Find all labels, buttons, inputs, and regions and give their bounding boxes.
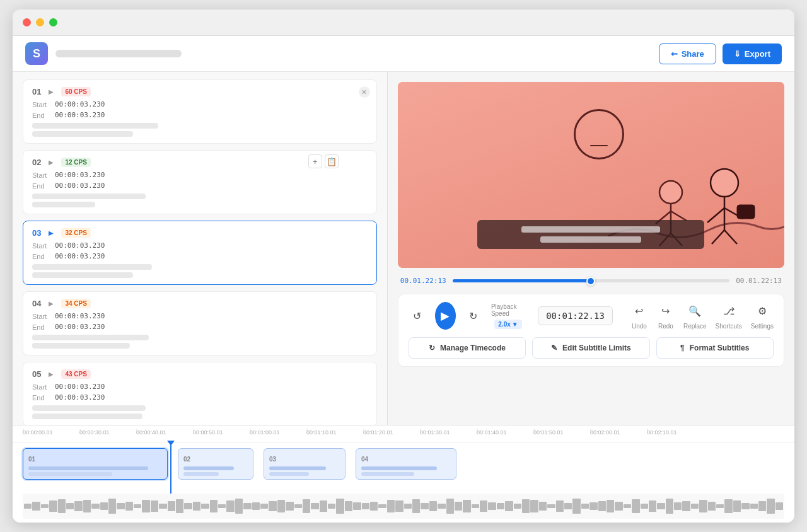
redo-button[interactable]: ↪ Redo xyxy=(657,303,675,330)
start-timecode-row: Start 00:00:03.230 xyxy=(32,241,368,250)
end-timecode-row: End 00:00:03.230 xyxy=(32,393,368,402)
format-subtitles-button[interactable]: ¶ Format Subtitles xyxy=(656,337,774,359)
manage-timecode-button[interactable]: ↻ Manage Timecode xyxy=(409,337,526,359)
waveform-bar xyxy=(91,504,99,509)
waveform-bar xyxy=(320,500,327,512)
traffic-light-minimize[interactable] xyxy=(36,18,44,26)
text-line xyxy=(32,335,149,340)
waveform-bar xyxy=(176,499,183,513)
play-button[interactable]: ▶ xyxy=(435,302,456,330)
clip-number: 03 xyxy=(269,456,276,463)
replace-icon: 🔍 xyxy=(686,303,704,320)
waveform-bar xyxy=(708,502,716,511)
fast-forward-icon: ↻ xyxy=(465,307,482,325)
waveform-bar xyxy=(151,500,158,512)
waveform-bar xyxy=(539,502,547,511)
waveform-bar xyxy=(58,499,66,513)
progress-fill xyxy=(453,279,591,282)
waveform-bar xyxy=(345,501,352,511)
row-number: 05 xyxy=(32,369,41,379)
start-label: Start xyxy=(32,313,50,320)
ruler-mark: 00:01:00.01 xyxy=(250,429,306,442)
speed-badge[interactable]: 2.0x ▼ xyxy=(494,320,521,329)
traffic-light-close[interactable] xyxy=(23,18,31,26)
add-before-button[interactable]: + xyxy=(308,154,322,168)
subtitle-row[interactable]: 01 ▶ 60 CPS ✕ Start 00:00:03.230 End 00:… xyxy=(23,79,377,144)
timecode-display[interactable]: 00:01:22.13 xyxy=(538,306,613,325)
row-header: 04 ▶ 34 CPS xyxy=(32,298,368,308)
controls-top: ↺ ▶ ↻ Playback Speed 2.0x ▼ 00:01:22.13 xyxy=(409,302,774,330)
row-play-icon[interactable]: ▶ xyxy=(46,369,56,379)
waveform-bar xyxy=(294,504,302,508)
clip-line-2 xyxy=(183,472,219,476)
add-after-button[interactable]: 📋 xyxy=(325,154,339,168)
rewind-button[interactable]: ↺ xyxy=(409,307,426,325)
share-button[interactable]: ⇜ Share xyxy=(659,43,716,64)
row-num-section: 01 ▶ 60 CPS xyxy=(32,86,91,96)
row-play-icon[interactable]: ▶ xyxy=(46,298,56,308)
subtitle-row[interactable]: 02 ▶ 12 CPS +📋 Start 00:00:03.230 End 00… xyxy=(23,150,377,214)
waveform-bar xyxy=(775,502,783,510)
waveform-bar xyxy=(421,503,428,509)
waveform-bar xyxy=(741,503,749,509)
clip-number: 04 xyxy=(361,456,368,463)
share-label: Share xyxy=(682,49,704,59)
time-total: 00.01.22:13 xyxy=(736,277,782,285)
progress-thumb[interactable] xyxy=(586,277,595,286)
header-buttons: ⇜ Share ⇓ Export xyxy=(659,43,782,64)
row-play-icon[interactable]: ▶ xyxy=(46,228,56,238)
manage-timecode-label: Manage Timecode xyxy=(440,344,506,352)
settings-icon: ⚙ xyxy=(753,303,771,320)
shortcuts-button[interactable]: ⎇ Shortcuts xyxy=(716,303,742,330)
progress-track[interactable] xyxy=(453,279,729,282)
format-icon: ¶ xyxy=(680,344,685,352)
timeline-cursor[interactable] xyxy=(170,443,171,494)
waveform-bar xyxy=(184,503,192,509)
waveform-bar xyxy=(277,500,285,512)
row-header: 01 ▶ 60 CPS ✕ xyxy=(32,86,368,96)
waveform-bar xyxy=(572,499,580,514)
fast-forward-button[interactable]: ↻ xyxy=(465,307,482,325)
waveform-bar xyxy=(362,503,369,509)
speed-chevron-icon: ▼ xyxy=(512,321,518,328)
close-row-button[interactable]: ✕ xyxy=(359,86,370,98)
subtitle-row[interactable]: 04 ▶ 34 CPS Start 00:00:03.230 End 00:00… xyxy=(23,291,377,356)
timeline-clip[interactable]: 01 xyxy=(23,448,168,480)
edit-subtitle-button[interactable]: ✎ Edit Subtitle Limits xyxy=(532,337,649,359)
ruler-mark: 00:01:10.01 xyxy=(306,429,363,442)
subtitle-row[interactable]: 05 ▶ 43 CPS Start 00:00:03.230 End 00:00… xyxy=(23,362,377,425)
timeline-clip[interactable]: 04 xyxy=(356,448,456,480)
timeline-clip[interactable]: 03 xyxy=(264,448,345,480)
waveform-bar xyxy=(226,500,234,512)
playback-speed-section: Playback Speed 2.0x ▼ xyxy=(491,303,525,329)
replace-button[interactable]: 🔍 Replace xyxy=(683,303,707,330)
end-value: 00:00:03.230 xyxy=(55,252,105,260)
traffic-light-fullscreen[interactable] xyxy=(49,18,57,26)
waveform-bar xyxy=(311,503,318,509)
start-value: 00:00:03.230 xyxy=(55,171,105,179)
export-button[interactable]: ⇓ Export xyxy=(723,43,782,64)
waveform-bar xyxy=(269,501,276,511)
ruler-mark: 00:01:20.01 xyxy=(363,429,420,442)
row-play-icon[interactable]: ▶ xyxy=(46,157,56,167)
row-play-icon[interactable]: ▶ xyxy=(46,86,56,96)
svg-line-8 xyxy=(707,208,724,223)
row-header: 02 ▶ 12 CPS +📋 xyxy=(32,157,368,167)
waveform-bar xyxy=(632,499,639,513)
timeline-clip[interactable]: 02 xyxy=(178,448,253,480)
undo-button[interactable]: ↩ Undo xyxy=(630,303,648,330)
cps-badge: 12 CPS xyxy=(61,158,90,167)
waveform-bar xyxy=(564,503,572,509)
subtitle-row[interactable]: 03 ▶ 32 CPS Start 00:00:03.230 End 00:00… xyxy=(23,221,377,285)
app-window: S ⇜ Share ⇓ Export 01 ▶ 60 CPS xyxy=(13,9,794,523)
waveform-bar xyxy=(201,504,209,509)
start-timecode-row: Start 00:00:03.230 xyxy=(32,312,368,320)
waveform-bar xyxy=(657,503,665,509)
subtitle-line-2 xyxy=(540,236,641,243)
timecodes: Start 00:00:03.230 End 00:00:03.230 xyxy=(32,383,368,402)
video-player[interactable] xyxy=(398,82,784,268)
settings-button[interactable]: ⚙ Settings xyxy=(751,303,774,330)
bottom-timeline[interactable]: 00:00:00.0100:00:30.0100:00:40.0100:00:5… xyxy=(13,425,794,523)
waveform-bar xyxy=(589,502,597,510)
subtitle-list-panel[interactable]: 01 ▶ 60 CPS ✕ Start 00:00:03.230 End 00:… xyxy=(13,72,388,425)
